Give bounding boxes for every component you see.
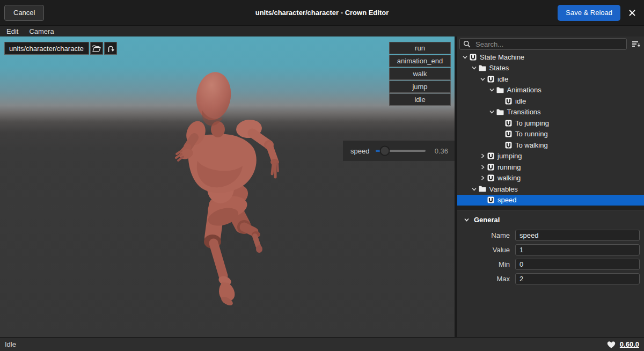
chevron-down-icon[interactable]	[478, 76, 487, 82]
folder-icon	[479, 186, 486, 192]
sort-descending-icon	[632, 41, 641, 48]
character-model	[0, 36, 455, 337]
tree-item-label: walking	[497, 174, 521, 182]
close-button[interactable]	[620, 0, 644, 25]
unit-icon	[505, 142, 512, 149]
tree-item-walking[interactable]: walking	[457, 173, 644, 184]
tree-item-state-machine[interactable]: State Machine	[457, 52, 644, 63]
property-label-max: Max	[457, 275, 515, 283]
status-bar: Idle 0.60.0	[0, 337, 644, 351]
viewport-3d[interactable]: runanimation_endwalkjumpidle speed 0.36	[0, 36, 455, 337]
speed-slider-track[interactable]	[376, 150, 426, 152]
event-button-walk[interactable]: walk	[389, 68, 451, 80]
folder-icon	[479, 65, 486, 71]
title-bar: Cancel units/character/character - Crown…	[0, 0, 644, 25]
chevron-down-icon	[464, 217, 470, 223]
tree-item-label: jumping	[497, 152, 522, 160]
version-link[interactable]: 0.60.0	[620, 340, 639, 348]
unit-icon	[487, 174, 494, 181]
speed-slider-value: 0.36	[432, 147, 448, 155]
name-field[interactable]	[515, 230, 640, 241]
tree-item-label: speed	[497, 196, 516, 204]
event-button-jump[interactable]: jump	[389, 81, 451, 93]
search-input[interactable]	[474, 40, 623, 49]
open-resource-button[interactable]	[90, 42, 103, 55]
window-title: units/character/character - Crown Editor	[255, 9, 389, 17]
tree-item-label: To jumping	[515, 119, 549, 127]
general-section-header[interactable]: General	[457, 213, 644, 226]
tree-item-animations[interactable]: Animations	[457, 85, 644, 96]
unit-icon	[470, 54, 477, 61]
sort-button[interactable]	[630, 39, 642, 49]
min-field[interactable]	[515, 259, 640, 270]
chevron-down-icon[interactable]	[487, 109, 496, 115]
property-label-name: Name	[457, 231, 515, 239]
value-field[interactable]	[515, 244, 640, 255]
menu-edit[interactable]: Edit	[1, 27, 24, 35]
save-reload-button[interactable]: Save & Reload	[558, 5, 620, 21]
tree-item-idle[interactable]: idle	[457, 74, 644, 85]
heart-icon[interactable]	[607, 341, 616, 348]
tree-item-to-running[interactable]: To running	[457, 129, 644, 140]
cancel-button[interactable]: Cancel	[4, 5, 44, 21]
property-label-value: Value	[457, 246, 515, 254]
tree-item-transitions[interactable]: Transitions	[457, 107, 644, 118]
tree-item-running[interactable]: running	[457, 162, 644, 173]
main-area: runanimation_endwalkjumpidle speed 0.36	[0, 36, 644, 337]
unit-icon	[487, 196, 494, 203]
tree-item-jumping[interactable]: jumping	[457, 151, 644, 162]
event-button-stack: runanimation_endwalkjumpidle	[389, 42, 451, 106]
search-row	[457, 36, 644, 52]
unit-icon	[487, 76, 494, 83]
tree-item-to-jumping[interactable]: To jumping	[457, 118, 644, 129]
chevron-down-icon[interactable]	[487, 87, 496, 93]
tree-item-label: State Machine	[480, 53, 524, 61]
tree-item-idle[interactable]: idle	[457, 96, 644, 107]
chevron-right-icon[interactable]	[478, 175, 487, 181]
event-button-idle[interactable]: idle	[389, 93, 451, 106]
property-rows: NameValueMinMax	[457, 230, 644, 284]
tree-item-variables[interactable]: Variables	[457, 184, 644, 195]
reload-arrow-icon	[107, 45, 115, 53]
tree-item-to-walking[interactable]: To walking	[457, 140, 644, 151]
chevron-down-icon[interactable]	[470, 65, 479, 71]
event-button-animation-end[interactable]: animation_end	[389, 55, 451, 67]
right-panel: State MachineStatesidleAnimationsidleTra…	[455, 36, 644, 337]
tree-item-speed[interactable]: speed	[457, 195, 644, 206]
state-machine-tree: State MachineStatesidleAnimationsidleTra…	[457, 52, 644, 206]
chevron-right-icon[interactable]	[478, 153, 487, 159]
chevron-right-icon[interactable]	[478, 164, 487, 170]
search-icon	[463, 40, 471, 48]
tree-item-label: idle	[515, 97, 526, 105]
max-field[interactable]	[515, 273, 640, 284]
unit-icon	[487, 164, 494, 171]
speed-slider-label: speed	[350, 147, 369, 155]
tree-item-label: Variables	[489, 185, 518, 193]
chevron-down-icon[interactable]	[460, 54, 470, 60]
reload-resource-button[interactable]	[104, 42, 117, 55]
tree-item-label: Transitions	[507, 108, 541, 116]
unit-icon	[505, 98, 512, 105]
tree-item-label: idle	[497, 75, 508, 83]
unit-icon	[487, 152, 494, 159]
property-row-max: Max	[457, 273, 644, 284]
resource-bar	[4, 42, 117, 55]
menu-camera[interactable]: Camera	[24, 27, 59, 35]
tree-item-label: States	[489, 64, 509, 72]
general-section-title: General	[474, 216, 500, 224]
speed-slider-box: speed 0.36	[343, 141, 455, 161]
unit-icon	[505, 130, 512, 137]
properties-panel: General NameValueMinMax	[457, 210, 644, 284]
status-text: Idle	[5, 340, 16, 348]
search-box[interactable]	[459, 38, 627, 50]
property-label-min: Min	[457, 260, 515, 268]
menu-bar: Edit Camera	[0, 25, 644, 36]
chevron-down-icon[interactable]	[470, 186, 479, 192]
tree-item-states[interactable]: States	[457, 63, 644, 74]
tree-item-label: To walking	[515, 141, 548, 149]
property-row-name: Name	[457, 230, 644, 241]
speed-slider-thumb[interactable]	[380, 146, 390, 156]
close-icon	[629, 10, 635, 16]
event-button-run[interactable]: run	[389, 42, 451, 54]
resource-path-field[interactable]	[4, 42, 89, 55]
